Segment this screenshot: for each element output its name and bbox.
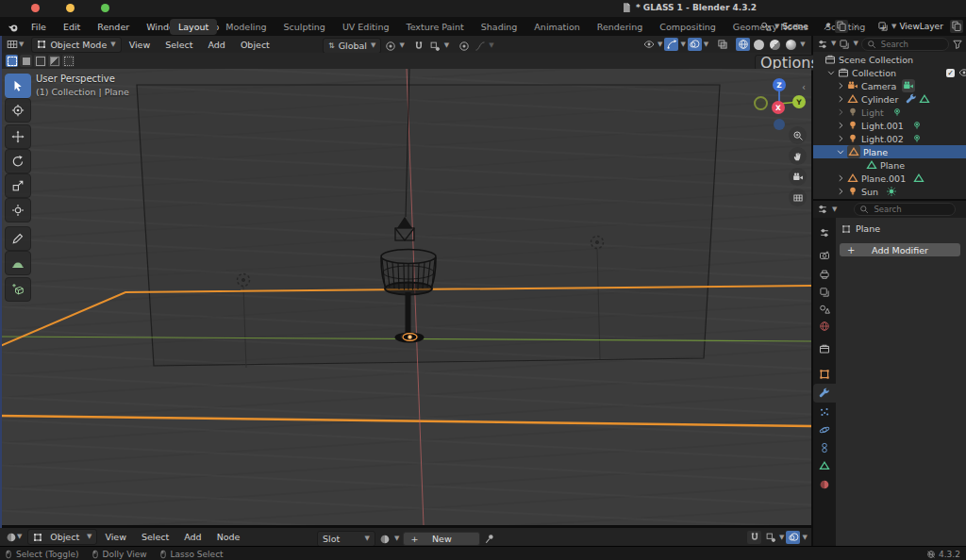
- tab-view-layer[interactable]: [817, 285, 832, 300]
- properties-search[interactable]: [854, 203, 956, 216]
- viewport-canvas[interactable]: User Perspective (1) Collection | Plane …: [0, 69, 811, 525]
- editor-type-icon[interactable]: [6, 38, 19, 51]
- outliner-row-light[interactable]: Light: [813, 106, 966, 119]
- orthographic-toggle-icon[interactable]: [789, 189, 807, 206]
- tab-output[interactable]: [817, 267, 832, 282]
- menu-node[interactable]: Node: [209, 532, 248, 542]
- outliner-row-plane-selected[interactable]: Plane: [813, 145, 966, 158]
- menu-render[interactable]: Render: [89, 19, 138, 35]
- tool-move[interactable]: [5, 124, 31, 149]
- outliner-row-scene-collection[interactable]: Scene Collection: [813, 53, 966, 66]
- menu-edit[interactable]: Edit: [55, 19, 89, 35]
- outliner-search-input[interactable]: [879, 39, 943, 50]
- filter-funnel-icon[interactable]: [952, 39, 963, 50]
- orientation-dropdown[interactable]: ⇅ Global ▼: [323, 38, 381, 54]
- scene-selector[interactable]: ▼ Scene: [760, 20, 860, 33]
- shading-solid-icon[interactable]: [752, 38, 766, 51]
- tab-layout[interactable]: Layout: [170, 19, 217, 35]
- viewlayer-selector[interactable]: ▼ ViewLayer: [877, 20, 963, 33]
- tab-sculpting[interactable]: Sculpting: [275, 19, 334, 35]
- menu-select[interactable]: Select: [158, 40, 200, 50]
- outliner-row-light-002[interactable]: Light.002: [813, 132, 966, 145]
- tab-uv-editing[interactable]: UV Editing: [334, 19, 398, 35]
- add-modifier-button[interactable]: + Add Modifier: [840, 243, 960, 256]
- tab-constraints[interactable]: [817, 440, 832, 455]
- eye-icon[interactable]: [958, 67, 966, 78]
- chevron-right-icon[interactable]: [836, 81, 845, 91]
- tab-collection[interactable]: [817, 341, 832, 356]
- gizmo-minus-y-axis[interactable]: [754, 96, 768, 110]
- proportional-editing-icon[interactable]: [457, 40, 471, 53]
- light-data-icon[interactable]: [911, 120, 923, 131]
- shading-wireframe-icon[interactable]: [736, 38, 750, 51]
- tab-tool[interactable]: [817, 225, 832, 240]
- pin-icon[interactable]: [823, 22, 832, 31]
- tab-scene[interactable]: [817, 302, 832, 317]
- pan-view-icon[interactable]: [789, 147, 807, 165]
- slot-dropdown[interactable]: Slot ▼: [317, 531, 375, 547]
- show-overlays-icon[interactable]: [786, 531, 800, 544]
- tab-particles[interactable]: [817, 404, 832, 420]
- navigation-gizmo[interactable]: Z Y X: [751, 74, 809, 132]
- tab-render[interactable]: [817, 248, 832, 263]
- outliner-row-plane-001[interactable]: Plane.001: [813, 172, 966, 185]
- falloff-curve-icon[interactable]: [473, 40, 487, 53]
- chevron-right-icon[interactable]: [836, 121, 845, 130]
- new-material-button[interactable]: + New: [403, 532, 480, 546]
- select-mode-new-icon[interactable]: [6, 55, 18, 67]
- show-overlays-icon[interactable]: [688, 38, 702, 51]
- menu-add[interactable]: Add: [200, 40, 232, 50]
- gizmo-minus-z-axis[interactable]: [774, 119, 785, 130]
- tab-shading[interactable]: Shading: [473, 19, 526, 35]
- gizmo-y-axis[interactable]: Y: [792, 95, 806, 108]
- mode-dropdown[interactable]: Object Mode ▼: [31, 37, 121, 53]
- tab-rendering[interactable]: Rendering: [589, 19, 652, 35]
- chevron-down-icon[interactable]: [836, 147, 845, 156]
- tool-annotate[interactable]: [5, 226, 31, 251]
- select-mode-extend-icon[interactable]: [20, 55, 32, 67]
- pivot-point-icon[interactable]: [383, 40, 397, 53]
- show-gizmo-icon[interactable]: [664, 38, 678, 51]
- select-mode-subtract-icon[interactable]: [34, 55, 46, 67]
- shader-type-dropdown[interactable]: Object ▼: [27, 529, 97, 545]
- minimize-window-button[interactable]: [66, 4, 75, 12]
- menu-view[interactable]: View: [122, 40, 158, 50]
- zoom-view-icon[interactable]: [789, 126, 807, 144]
- tool-scale[interactable]: [5, 173, 31, 198]
- tab-modeling[interactable]: Modeling: [217, 19, 275, 35]
- tab-object-data[interactable]: [817, 458, 832, 473]
- snap-magnet-icon[interactable]: [747, 531, 761, 544]
- chevron-right-icon[interactable]: [836, 94, 845, 104]
- collection-checkbox[interactable]: ✓: [946, 69, 955, 77]
- tab-modifiers[interactable]: [817, 386, 832, 401]
- menu-file[interactable]: File: [23, 19, 55, 35]
- snap-target-icon[interactable]: [428, 40, 442, 53]
- chevron-right-icon[interactable]: [836, 134, 845, 143]
- snap-magnet-icon[interactable]: [412, 40, 426, 53]
- tab-material[interactable]: [817, 477, 832, 492]
- camera-view-icon[interactable]: [789, 168, 807, 186]
- outliner-filter-icon[interactable]: [817, 39, 828, 50]
- tab-object[interactable]: [817, 367, 832, 382]
- shader-editor-icon[interactable]: [6, 532, 17, 543]
- outliner-search[interactable]: [861, 38, 949, 51]
- outliner-row-light-001[interactable]: Light.001: [813, 119, 966, 132]
- shading-rendered-icon[interactable]: [784, 38, 798, 51]
- blender-logo-icon[interactable]: [8, 22, 19, 33]
- select-mode-invert-icon[interactable]: [48, 55, 60, 67]
- shading-material-icon[interactable]: [768, 38, 782, 51]
- tab-animation[interactable]: Animation: [525, 19, 588, 35]
- menu-select[interactable]: Select: [134, 532, 176, 542]
- chevron-right-icon[interactable]: [836, 187, 845, 196]
- snap-target-icon[interactable]: [763, 531, 777, 544]
- light-data-icon[interactable]: [891, 107, 903, 118]
- outliner-row-camera[interactable]: Camera: [813, 79, 966, 92]
- object-visibility-icon[interactable]: [641, 38, 656, 51]
- tab-world[interactable]: [817, 319, 832, 334]
- properties-editor-icon[interactable]: [817, 204, 828, 215]
- outliner-row-cylinder[interactable]: Cylinder: [813, 92, 966, 106]
- chevron-down-icon[interactable]: [826, 68, 836, 77]
- material-sphere-icon[interactable]: [379, 534, 391, 545]
- tab-compositing[interactable]: Compositing: [651, 19, 724, 35]
- chevron-right-icon[interactable]: [836, 107, 845, 117]
